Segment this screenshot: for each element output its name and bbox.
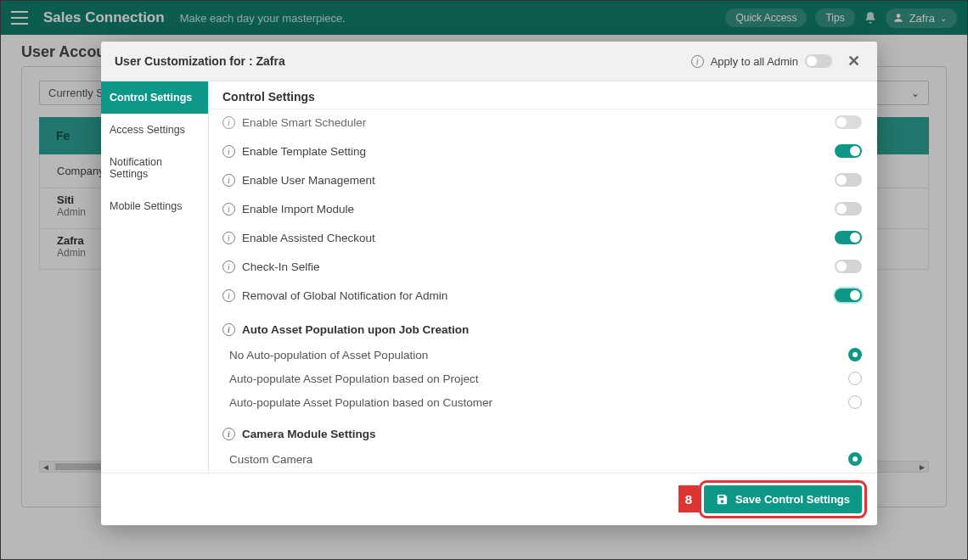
tab-control-settings[interactable]: Control Settings bbox=[101, 81, 208, 114]
radio-option[interactable] bbox=[848, 395, 862, 409]
setting-label: Enable Import Module bbox=[242, 203, 354, 216]
setting-label: Enable User Management bbox=[242, 174, 375, 187]
radio-option[interactable] bbox=[848, 348, 862, 361]
callout-number: 8 bbox=[678, 485, 699, 512]
setting-toggle[interactable] bbox=[835, 288, 862, 302]
modal-title: User Customization for : Zafra bbox=[115, 54, 285, 68]
info-icon[interactable]: i bbox=[222, 203, 235, 216]
info-icon[interactable]: i bbox=[222, 232, 235, 244]
info-icon[interactable]: i bbox=[222, 323, 235, 336]
info-icon[interactable]: i bbox=[222, 289, 235, 302]
user-customization-modal: User Customization for : Zafra i Apply t… bbox=[101, 42, 877, 525]
setting-toggle[interactable] bbox=[835, 173, 862, 187]
save-button-label: Save Control Settings bbox=[735, 493, 850, 506]
settings-tabs: Control Settings Access Settings Notific… bbox=[101, 81, 209, 473]
settings-scroll[interactable]: i Enable Smart Scheduler i Enable Templa… bbox=[209, 109, 877, 473]
setting-label: Removal of Global Notification for Admin bbox=[242, 289, 447, 302]
setting-toggle[interactable] bbox=[835, 144, 862, 158]
modal-footer: 8 Save Control Settings bbox=[101, 473, 877, 525]
radio-label: Custom Camera bbox=[229, 453, 312, 466]
group-title: Camera Module Settings bbox=[242, 428, 376, 440]
radio-label: Auto-populate Asset Population based on … bbox=[229, 396, 492, 409]
apply-all-toggle[interactable] bbox=[805, 54, 832, 68]
radio-label: No Auto-population of Asset Population bbox=[229, 349, 428, 361]
save-control-settings-button[interactable]: Save Control Settings bbox=[704, 485, 862, 513]
info-icon[interactable]: i bbox=[222, 116, 235, 129]
info-icon[interactable]: i bbox=[222, 428, 235, 440]
setting-toggle[interactable] bbox=[835, 231, 862, 244]
setting-label: Enable Assisted Checkout bbox=[242, 232, 375, 244]
setting-label: Enable Smart Scheduler bbox=[242, 116, 366, 129]
apply-all-label: Apply to all Admin bbox=[711, 55, 798, 68]
setting-toggle[interactable] bbox=[835, 202, 862, 216]
setting-toggle[interactable] bbox=[835, 260, 862, 273]
info-icon[interactable]: i bbox=[691, 55, 704, 68]
save-icon bbox=[716, 493, 729, 506]
radio-option[interactable] bbox=[848, 372, 862, 385]
setting-label: Check-In Selfie bbox=[242, 260, 320, 273]
section-title: Control Settings bbox=[209, 81, 877, 109]
radio-label: Auto-populate Asset Population based on … bbox=[229, 372, 478, 385]
tab-notification-settings[interactable]: Notification Settings bbox=[101, 146, 208, 190]
info-icon[interactable]: i bbox=[222, 174, 235, 187]
setting-toggle[interactable] bbox=[835, 115, 862, 129]
info-icon[interactable]: i bbox=[222, 260, 235, 273]
group-title: Auto Asset Population upon Job Creation bbox=[242, 323, 469, 336]
apply-to-all-admin: i Apply to all Admin bbox=[691, 54, 832, 68]
setting-label: Enable Template Setting bbox=[242, 145, 366, 158]
modal-header: User Customization for : Zafra i Apply t… bbox=[101, 42, 877, 81]
tab-mobile-settings[interactable]: Mobile Settings bbox=[101, 190, 208, 222]
tab-access-settings[interactable]: Access Settings bbox=[101, 114, 208, 146]
radio-option[interactable] bbox=[848, 452, 862, 466]
close-icon[interactable]: ✕ bbox=[844, 52, 864, 70]
info-icon[interactable]: i bbox=[222, 145, 235, 158]
